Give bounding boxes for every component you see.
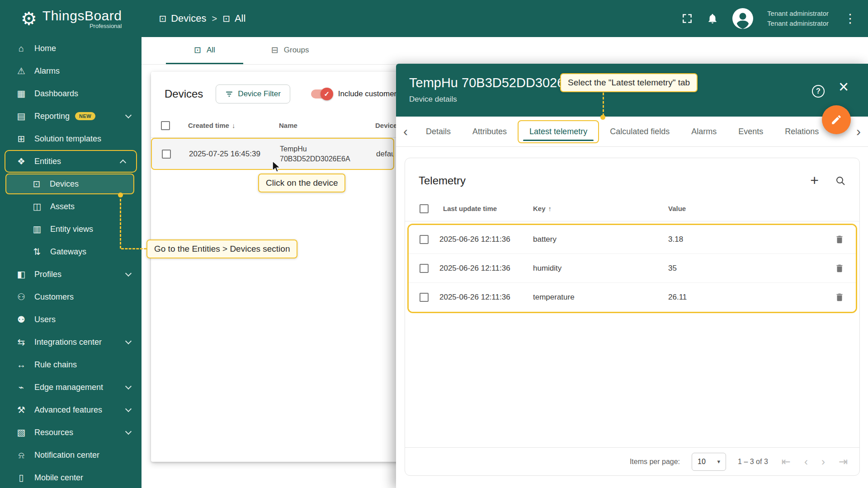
column-header-value[interactable]: Value bbox=[668, 205, 823, 212]
sidebar-item-integrations-center[interactable]: ⇆ Integrations center bbox=[0, 331, 142, 353]
entities-icon: ❖ bbox=[15, 156, 27, 167]
row-checkbox[interactable] bbox=[162, 150, 171, 159]
sidebar-item-profiles[interactable]: ◧ Profiles bbox=[0, 263, 142, 286]
thingsboard-logo[interactable]: ⚙ ThingsBoard Professional bbox=[21, 8, 122, 29]
entity-views-icon: ▥ bbox=[31, 224, 43, 235]
cell-value: 35 bbox=[668, 264, 823, 273]
delete-telemetry-button[interactable] bbox=[835, 292, 844, 302]
sidebar-item-edge-management[interactable]: ⌁ Edge management bbox=[0, 376, 142, 399]
more-menu-button[interactable]: ⋮ bbox=[842, 11, 858, 26]
tabs-scroll-left-button[interactable]: ‹ bbox=[396, 125, 415, 138]
include-customer-toggle[interactable]: ✓ bbox=[311, 89, 332, 99]
tab-groups[interactable]: ⊟ Groups bbox=[243, 37, 337, 64]
mouse-cursor-icon bbox=[272, 160, 282, 174]
column-label: Value bbox=[668, 205, 686, 212]
include-customer-toggle-group: ✓ Include customer bbox=[311, 89, 396, 99]
user-info[interactable]: Tenant administrator Tenant administrato… bbox=[767, 9, 829, 28]
pagination-bar: Items per page: 10 ▾ 1 – 3 of 3 ⇤ ‹ › ⇥ bbox=[405, 447, 859, 475]
tab-latest-telemetry[interactable]: Latest telemetry bbox=[518, 120, 599, 143]
annotation-dashed-line bbox=[603, 93, 604, 116]
sidebar-item-label: Integrations center bbox=[34, 338, 102, 347]
sidebar-item-reporting[interactable]: ▤ Reporting NEW bbox=[0, 105, 142, 127]
sidebar-item-mobile-center[interactable]: ▯ Mobile center bbox=[0, 466, 142, 488]
chevron-down-icon bbox=[125, 112, 132, 118]
sidebar-item-alarms[interactable]: ⚠ Alarms bbox=[0, 60, 142, 82]
search-button[interactable] bbox=[835, 175, 846, 186]
row-checkbox[interactable] bbox=[420, 293, 429, 302]
tab-calculated-fields[interactable]: Calculated fields bbox=[599, 127, 680, 136]
pagination-controls: ⇤ ‹ › ⇥ bbox=[782, 456, 848, 467]
previous-page-button[interactable]: ‹ bbox=[804, 456, 808, 467]
table-row-temperature[interactable]: 2025-06-26 12:11:36 temperature 26.11 bbox=[409, 283, 856, 312]
chevron-down-icon bbox=[125, 428, 132, 434]
tab-details[interactable]: Details bbox=[415, 127, 462, 136]
breadcrumb-devices[interactable]: ⊡ Devices bbox=[159, 13, 206, 24]
row-checkbox[interactable] bbox=[420, 235, 429, 244]
sidebar-item-customers[interactable]: ⚇ Customers bbox=[0, 286, 142, 308]
sidebar-item-users[interactable]: ⚉ Users bbox=[0, 308, 142, 331]
sidebar-item-rule-chains[interactable]: ↔ Rule chains bbox=[0, 353, 142, 376]
add-telemetry-button[interactable]: + bbox=[810, 175, 819, 187]
first-page-button[interactable]: ⇤ bbox=[782, 456, 791, 467]
sidebar-item-label: Home bbox=[34, 44, 56, 53]
column-header-created-time[interactable]: Created time ↓ bbox=[180, 122, 279, 129]
edit-pencil-icon bbox=[830, 114, 842, 126]
items-per-page-select[interactable]: 10 ▾ bbox=[692, 453, 726, 471]
rule-chains-icon: ↔ bbox=[15, 360, 27, 370]
sidebar-item-solution-templates[interactable]: ⊞ Solution templates bbox=[0, 127, 142, 150]
sidebar-item-advanced-features[interactable]: ⚒ Advanced features bbox=[0, 399, 142, 421]
breadcrumb-all[interactable]: ⊡ All bbox=[222, 13, 245, 24]
cell-value: 26.11 bbox=[668, 293, 823, 302]
sidebar-item-devices[interactable]: ⊡ Devices bbox=[5, 174, 134, 194]
filter-icon bbox=[225, 90, 233, 98]
sidebar-item-label: Rule chains bbox=[34, 360, 77, 370]
tabs-scroll-right-button[interactable]: › bbox=[849, 125, 868, 138]
close-drawer-button[interactable]: × bbox=[839, 78, 849, 95]
edit-device-fab-button[interactable] bbox=[822, 105, 851, 134]
tab-events[interactable]: Events bbox=[727, 127, 774, 136]
delete-telemetry-button[interactable] bbox=[835, 235, 844, 244]
tab-relations[interactable]: Relations bbox=[774, 127, 830, 136]
delete-telemetry-button[interactable] bbox=[835, 263, 844, 273]
sidebar-item-label: Entities bbox=[34, 157, 61, 166]
select-all-checkbox[interactable] bbox=[420, 204, 429, 213]
user-avatar[interactable] bbox=[732, 8, 754, 29]
device-filter-button[interactable]: Device Filter bbox=[216, 84, 290, 103]
select-all-checkbox[interactable] bbox=[161, 121, 170, 130]
devices-icon: ⊡ bbox=[159, 13, 166, 24]
tab-alarms[interactable]: Alarms bbox=[680, 127, 727, 136]
column-header-name[interactable]: Name bbox=[279, 122, 375, 129]
row-checkbox[interactable] bbox=[420, 264, 429, 273]
tab-attributes[interactable]: Attributes bbox=[462, 127, 518, 136]
fullscreen-button[interactable] bbox=[681, 13, 693, 24]
pagination-range-label: 1 – 3 of 3 bbox=[738, 458, 768, 466]
cell-key: humidity bbox=[533, 264, 668, 273]
annotation-tooltip-latest-telemetry: Select the "Latest telemetry" tab bbox=[560, 73, 698, 92]
sidebar-item-label: Reporting bbox=[34, 112, 70, 121]
last-page-button[interactable]: ⇥ bbox=[839, 456, 848, 467]
table-row-battery[interactable]: 2025-06-26 12:11:36 battery 3.18 bbox=[409, 225, 856, 254]
advanced-features-icon: ⚒ bbox=[15, 404, 27, 415]
sidebar-item-notification-center[interactable]: ⍾ Notification center bbox=[0, 444, 142, 466]
devices-icon: ⊡ bbox=[194, 45, 201, 55]
annotation-dot bbox=[600, 115, 605, 120]
telemetry-rows-annotation-outline: 2025-06-26 12:11:36 battery 3.18 2025-06… bbox=[407, 224, 857, 313]
sidebar-item-dashboards[interactable]: ▦ Dashboards bbox=[0, 82, 142, 105]
trash-icon bbox=[835, 263, 844, 273]
column-header-last-update-time[interactable]: Last update time bbox=[443, 205, 533, 212]
search-icon bbox=[835, 175, 846, 186]
notifications-button[interactable] bbox=[707, 13, 718, 24]
tab-all[interactable]: ⊡ All bbox=[166, 37, 243, 64]
devices-icon: ⊡ bbox=[222, 13, 230, 24]
next-page-button[interactable]: › bbox=[821, 456, 825, 467]
sidebar-item-resources[interactable]: ▧ Resources bbox=[0, 421, 142, 444]
sidebar-item-label: Gateways bbox=[50, 247, 86, 257]
sidebar-item-home[interactable]: ⌂ Home bbox=[0, 37, 142, 60]
top-bar: ⚙ ThingsBoard Professional ⊡ Devices > ⊡… bbox=[0, 0, 868, 37]
home-icon: ⌂ bbox=[15, 43, 27, 54]
sidebar-item-entities[interactable]: ❖ Entities bbox=[5, 150, 137, 173]
thingsboard-app: ⚙ ThingsBoard Professional ⊡ Devices > ⊡… bbox=[0, 0, 868, 488]
help-button[interactable]: ? bbox=[812, 85, 825, 98]
column-header-key[interactable]: Key ↑ bbox=[533, 205, 668, 212]
table-row-humidity[interactable]: 2025-06-26 12:11:36 humidity 35 bbox=[409, 254, 856, 283]
